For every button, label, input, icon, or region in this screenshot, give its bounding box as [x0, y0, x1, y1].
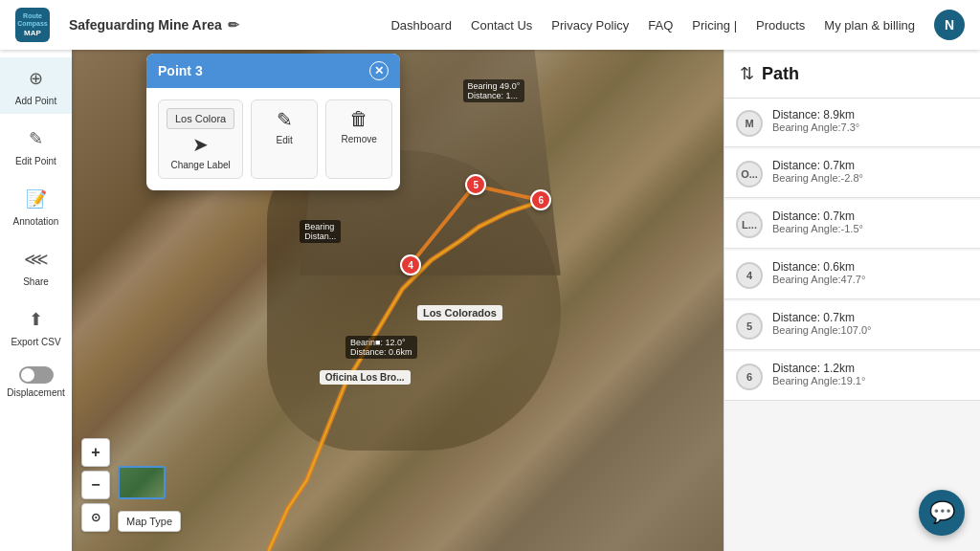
edit-button[interactable]: ✎ Edit [251, 99, 318, 179]
popup-title: Point 3 [158, 63, 203, 78]
popup-close-button[interactable]: ✕ [369, 61, 389, 80]
point-circle-5: 6 [736, 364, 763, 390]
logo-icon: Route Compass MAP [15, 8, 50, 42]
left-sidebar: ⊕ Add Point ✎ Edit Point 📝 Annotation ⋘ … [0, 50, 72, 551]
share-icon: ⋘ [23, 246, 50, 273]
point-distance-4: Distance: 0.7km [772, 311, 969, 324]
point-info-2: Distance: 0.7km Bearing Angle:-1.5° [772, 209, 969, 234]
add-point-icon: ⊕ [23, 65, 50, 92]
panel-header: ⇅ Path [724, 50, 980, 99]
popup-body: Los Colora ➤ Change Label ✎ Edit 🗑 Remov… [146, 88, 400, 190]
point-info-0: Distance: 8.9km Bearing Angle:7.3° [772, 108, 969, 133]
point-bearing-1: Bearing Angle:-2.8° [772, 172, 969, 184]
nav-products[interactable]: Products [756, 18, 805, 33]
header: Route Compass MAP Safeguarding Mine Area… [0, 0, 980, 50]
displacement-toggle[interactable] [19, 366, 54, 384]
point-info-1: Distance: 0.7km Bearing Angle:-2.8° [772, 159, 969, 184]
sidebar-item-export-csv[interactable]: ⬆ Export CSV [0, 298, 72, 355]
nav-dashboard[interactable]: Dashboard [390, 18, 452, 33]
label-preview-text: Los Colora [167, 108, 234, 129]
point-distance-2: Distance: 0.7km [772, 209, 969, 223]
point-distance-5: Distance: 1.2km [772, 362, 969, 375]
sidebar-label-edit-point: Edit Point [15, 156, 56, 166]
bearing-label-top: Bearing 49.0°Distance: 1... [463, 79, 525, 102]
logo-area: Route Compass MAP [15, 8, 50, 42]
sidebar-label-displacement: Displacement [7, 387, 65, 398]
point-bearing-3: Bearing Angle:47.7° [772, 274, 969, 285]
remove-icon: 🗑 [349, 108, 368, 130]
panel-title: Path [762, 64, 799, 84]
sidebar-item-share[interactable]: ⋘ Share [0, 238, 72, 295]
point-popup: Point 3 ✕ Los Colora ➤ Change Label ✎ Ed… [146, 54, 400, 190]
sidebar-item-displacement[interactable]: Displacement [0, 359, 72, 406]
map-area[interactable]: 4 5 6 Los Colorados Oficina Los Bro... B… [72, 50, 724, 551]
map-type-button[interactable]: Map Type [118, 511, 181, 532]
path-row[interactable]: 6 Distance: 1.2km Bearing Angle:19.1° [724, 352, 980, 401]
point-bearing-2: Bearing Angle:-1.5° [772, 223, 969, 234]
export-csv-icon: ⬆ [23, 306, 50, 333]
point-circle-3: 4 [736, 262, 763, 289]
nav-pricing[interactable]: Pricing | [692, 18, 737, 33]
path-row[interactable]: O... Distance: 0.7km Bearing Angle:-2.8° [724, 149, 980, 198]
change-label-icon: ➤ [192, 133, 209, 156]
map-type-thumbnail [118, 466, 166, 499]
bearing-label-los: Bearin■: 12.0°Distance: 0.6km [345, 336, 417, 359]
nav-contact[interactable]: Contact Us [471, 18, 532, 33]
path-row[interactable]: M Distance: 8.9km Bearing Angle:7.3° [724, 99, 980, 147]
point-circle-1: O... [736, 161, 763, 187]
annotation-icon: 📝 [23, 186, 50, 212]
chat-fab-button[interactable]: 💬 [919, 490, 965, 536]
popup-header: Point 3 ✕ [146, 54, 400, 88]
logo-line1: Route Compass [15, 12, 50, 29]
path-row[interactable]: L... Distance: 0.7km Bearing Angle:-1.5° [724, 200, 980, 249]
sidebar-label-export-csv: Export CSV [11, 337, 60, 347]
sidebar-label-annotation: Annotation [13, 216, 59, 227]
change-label-button[interactable]: Los Colora ➤ Change Label [158, 99, 243, 179]
map-point-4[interactable]: 4 [400, 254, 421, 276]
map-point-5[interactable]: 5 [465, 174, 486, 195]
zoom-out-button[interactable]: − [81, 471, 110, 499]
point-info-5: Distance: 1.2km Bearing Angle:19.1° [772, 362, 969, 386]
panel-content[interactable]: M Distance: 8.9km Bearing Angle:7.3° O..… [724, 99, 980, 551]
right-panel: ⇅ Path M Distance: 8.9km Bearing Angle:7… [724, 50, 980, 551]
bearing-label-mid: BearingDistan... [300, 220, 341, 243]
change-label-text: Change Label [170, 160, 230, 170]
point-distance-1: Distance: 0.7km [772, 159, 969, 172]
edit-point-icon: ✎ [23, 125, 50, 152]
sidebar-item-edit-point[interactable]: ✎ Edit Point [0, 118, 72, 174]
sidebar-item-annotation[interactable]: 📝 Annotation [0, 178, 72, 234]
path-row[interactable]: 5 Distance: 0.7km Bearing Angle:107.0° [724, 301, 980, 350]
edit-label: Edit [277, 135, 293, 145]
point-circle-4: 5 [736, 313, 763, 340]
map-label-oficina: Oficina Los Bro... [320, 370, 411, 385]
point-bearing-4: Bearing Angle:107.0° [772, 324, 969, 336]
path-panel-icon: ⇅ [740, 63, 754, 84]
logo-line2: MAP [15, 29, 50, 38]
nav-billing[interactable]: My plan & billing [824, 18, 915, 33]
edit-icon: ✎ [277, 108, 293, 131]
nav-privacy[interactable]: Privacy Policy [551, 18, 629, 33]
path-row[interactable]: 4 Distance: 0.6km Bearing Angle:47.7° [724, 251, 980, 299]
point-info-3: Distance: 0.6km Bearing Angle:47.7° [772, 260, 969, 285]
main-area: ⊕ Add Point ✎ Edit Point 📝 Annotation ⋘ … [0, 50, 980, 551]
point-bearing-0: Bearing Angle:7.3° [772, 121, 969, 133]
project-title-area: Safeguarding Mine Area ✏ [69, 17, 239, 33]
remove-label: Remove [342, 134, 377, 144]
point-circle-0: M [736, 110, 763, 137]
map-label-los-colorados: Los Colorados [417, 305, 502, 320]
sidebar-label-share: Share [23, 276, 49, 287]
remove-button[interactable]: 🗑 Remove [325, 99, 392, 179]
reset-button[interactable]: ⊙ [81, 503, 110, 532]
nav-faq[interactable]: FAQ [648, 18, 673, 33]
point-info-4: Distance: 0.7km Bearing Angle:107.0° [772, 311, 969, 336]
map-point-6[interactable]: 6 [530, 189, 551, 210]
nav-links: Dashboard Contact Us Privacy Policy FAQ … [390, 10, 965, 40]
sidebar-item-add-point[interactable]: ⊕ Add Point [0, 57, 72, 114]
edit-title-icon[interactable]: ✏ [228, 17, 239, 33]
zoom-in-button[interactable]: + [81, 438, 110, 467]
point-distance-0: Distance: 8.9km [772, 108, 969, 121]
point-circle-2: L... [736, 211, 763, 238]
point-distance-3: Distance: 0.6km [772, 260, 969, 274]
sidebar-label-add-point: Add Point [15, 96, 56, 106]
user-avatar[interactable]: N [934, 10, 965, 40]
